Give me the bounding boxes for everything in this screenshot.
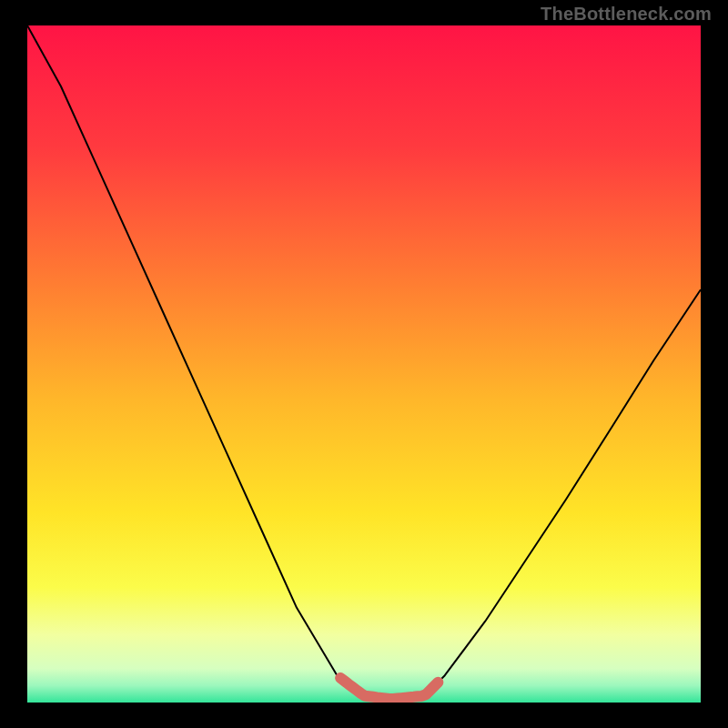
chart-frame: TheBottleneck.com (0, 0, 728, 728)
frame-mask (701, 0, 728, 728)
frame-mask (0, 703, 728, 728)
frame-mask (0, 0, 27, 728)
bottleneck-chart (0, 0, 728, 728)
watermark-text: TheBottleneck.com (541, 4, 712, 25)
plot-background (27, 25, 701, 703)
